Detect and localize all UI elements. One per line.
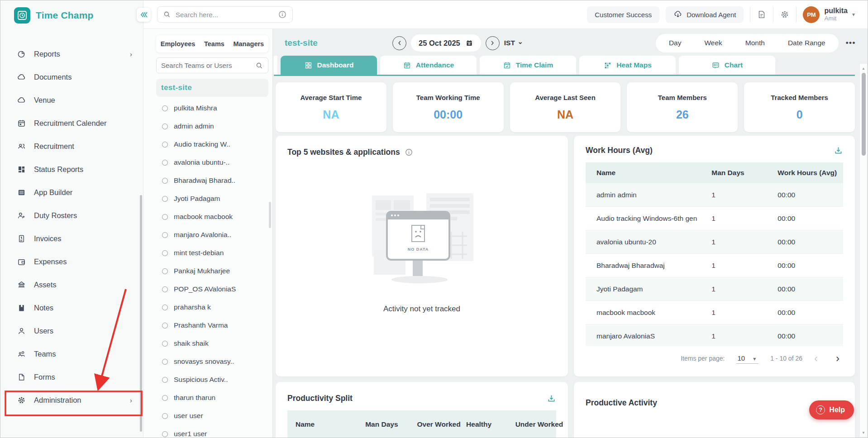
employee-list-item[interactable]: user1 user bbox=[156, 425, 268, 438]
sidebar-item[interactable]: Recruitment bbox=[0, 135, 143, 158]
radio-icon[interactable] bbox=[162, 178, 168, 184]
employee-list-item[interactable]: mint test-debian bbox=[156, 244, 268, 262]
documents-shortcut-button[interactable] bbox=[757, 10, 767, 19]
radio-icon[interactable] bbox=[162, 105, 168, 111]
radio-icon[interactable] bbox=[162, 124, 168, 129]
sidebar-item[interactable]: Reports bbox=[0, 43, 143, 66]
employee-list-item[interactable]: Prashanth Varma bbox=[156, 316, 268, 334]
radio-icon[interactable] bbox=[162, 232, 168, 238]
employee-list-scrollbar[interactable] bbox=[269, 202, 271, 228]
table-row[interactable]: Jyoti Padagam 1 00:00 bbox=[586, 277, 843, 301]
download-icon[interactable] bbox=[547, 394, 556, 403]
table-row[interactable]: manjaro AvaloniaS 1 00:00 bbox=[586, 324, 843, 346]
sidebar-collapse-button[interactable] bbox=[137, 8, 151, 22]
app-logo[interactable]: Time Champ bbox=[0, 0, 143, 24]
range-tab[interactable]: Date Range bbox=[777, 35, 836, 51]
table-row[interactable]: Audio tracking Windows-6th gen 1 00:00 bbox=[586, 207, 843, 230]
employee-list-item[interactable]: snovasys snovasy.. bbox=[156, 352, 268, 371]
scroll-down-icon[interactable] bbox=[860, 431, 867, 435]
sidebar-item[interactable]: Documents bbox=[0, 66, 143, 89]
panel-tab[interactable]: Employees bbox=[161, 40, 196, 48]
timezone-selector[interactable]: IST bbox=[504, 39, 523, 47]
more-options-button[interactable]: ••• bbox=[846, 38, 856, 48]
radio-icon[interactable] bbox=[162, 250, 168, 256]
date-picker[interactable]: 25 Oct 2025 bbox=[411, 34, 481, 52]
team-user-search-input[interactable] bbox=[161, 62, 252, 69]
radio-icon[interactable] bbox=[162, 413, 168, 419]
sidebar-item[interactable]: Teams bbox=[0, 343, 143, 366]
range-tab[interactable]: Day bbox=[658, 35, 692, 51]
scroll-up-icon[interactable] bbox=[860, 67, 867, 71]
radio-icon[interactable] bbox=[162, 286, 168, 292]
info-icon[interactable] bbox=[278, 10, 287, 19]
radio-icon[interactable] bbox=[162, 160, 168, 166]
radio-icon[interactable] bbox=[162, 431, 168, 437]
radio-icon[interactable] bbox=[162, 196, 168, 202]
employee-list-item[interactable]: Audio tracking W.. bbox=[156, 135, 268, 153]
items-per-page-select[interactable]: 10 bbox=[736, 353, 758, 364]
sidebar-item[interactable]: Recruitment Calender bbox=[0, 112, 143, 135]
employee-list-item[interactable]: Pankaj Mukharjee bbox=[156, 262, 268, 280]
next-day-button[interactable] bbox=[486, 36, 500, 50]
team-user-search[interactable] bbox=[156, 57, 268, 73]
range-tab[interactable]: Week bbox=[693, 35, 733, 51]
previous-day-button[interactable] bbox=[392, 36, 406, 50]
radio-icon[interactable] bbox=[162, 395, 168, 401]
radio-icon[interactable] bbox=[162, 323, 168, 328]
employee-list-item[interactable]: user user bbox=[156, 407, 268, 425]
next-page-button[interactable]: › bbox=[836, 353, 839, 364]
sidebar-item[interactable]: Duty Rosters bbox=[0, 204, 143, 227]
employee-list-item[interactable]: pulkita Mishra bbox=[156, 99, 268, 117]
employee-list-item[interactable]: POP_OS AValoniaS bbox=[156, 280, 268, 298]
view-tab[interactable]: Time Claim bbox=[480, 56, 576, 75]
sidebar-item[interactable]: Venue bbox=[0, 89, 143, 112]
employee-list-item[interactable]: shaik shaik bbox=[156, 334, 268, 352]
settings-button[interactable] bbox=[780, 10, 790, 19]
sidebar-item[interactable]: Assets bbox=[0, 273, 143, 296]
info-icon[interactable] bbox=[405, 148, 413, 157]
sidebar-item[interactable]: Invoices bbox=[0, 227, 143, 250]
employee-list-item[interactable]: tharun tharun bbox=[156, 389, 268, 407]
page-scrollbar[interactable] bbox=[859, 64, 867, 437]
employee-list-item[interactable]: Jyoti Padagam bbox=[156, 190, 268, 208]
employee-list-item[interactable]: Suspicious Activ.. bbox=[156, 371, 268, 389]
view-tab[interactable]: Attendance bbox=[380, 56, 477, 75]
customer-success-button[interactable]: Customer Success bbox=[587, 6, 659, 23]
view-tab[interactable]: Heat Maps bbox=[579, 56, 676, 75]
team-group-header[interactable]: test-site bbox=[156, 79, 268, 97]
download-agent-button[interactable]: Download Agent bbox=[666, 6, 744, 23]
table-row[interactable]: admin admin 1 00:00 bbox=[586, 183, 843, 207]
sidebar-item[interactable]: App Builder bbox=[0, 181, 143, 204]
user-menu[interactable]: PM pulkita Amit bbox=[803, 6, 855, 23]
scrollbar-thumb[interactable] bbox=[862, 73, 866, 156]
panel-tab[interactable]: Managers bbox=[233, 40, 264, 48]
radio-icon[interactable] bbox=[162, 214, 168, 220]
sidebar-item[interactable]: Expenses bbox=[0, 250, 143, 273]
employee-list-item[interactable]: praharsha k bbox=[156, 298, 268, 316]
view-tab[interactable]: Chart bbox=[679, 56, 775, 75]
panel-tab[interactable]: Teams bbox=[204, 40, 224, 48]
range-tab[interactable]: Month bbox=[734, 35, 776, 51]
employee-list-item[interactable]: macbook macbook bbox=[156, 208, 268, 226]
radio-icon[interactable] bbox=[162, 377, 168, 383]
radio-icon[interactable] bbox=[162, 305, 168, 310]
radio-icon[interactable] bbox=[162, 359, 168, 365]
view-tab[interactable]: Dashboard bbox=[281, 56, 377, 75]
table-row[interactable]: Bharadwaj Bharadwaj 1 00:00 bbox=[586, 254, 843, 277]
help-button[interactable]: Help bbox=[809, 400, 854, 419]
table-row[interactable]: macbook macbook 1 00:00 bbox=[586, 301, 843, 324]
employee-list-item[interactable]: manjaro Avalonia.. bbox=[156, 226, 268, 244]
employee-list-item[interactable]: Bharadwaj Bharad.. bbox=[156, 171, 268, 190]
radio-icon[interactable] bbox=[162, 341, 168, 347]
radio-icon[interactable] bbox=[162, 268, 168, 274]
table-row[interactable]: avalonia ubuntu-20 1 00:00 bbox=[586, 230, 843, 254]
search-input[interactable] bbox=[176, 11, 273, 19]
sidebar-item[interactable]: Forms bbox=[0, 366, 143, 389]
sidebar-item[interactable]: Notes bbox=[0, 296, 143, 319]
employee-list-item[interactable]: avalonia ubuntu-.. bbox=[156, 153, 268, 171]
sidebar-item[interactable]: Administration bbox=[0, 389, 143, 412]
employee-list-item[interactable]: admin admin bbox=[156, 117, 268, 135]
sidebar-item[interactable]: Status Reports bbox=[0, 158, 143, 181]
sidebar-item[interactable]: Users bbox=[0, 319, 143, 343]
sidebar-scrollbar[interactable] bbox=[140, 195, 142, 432]
